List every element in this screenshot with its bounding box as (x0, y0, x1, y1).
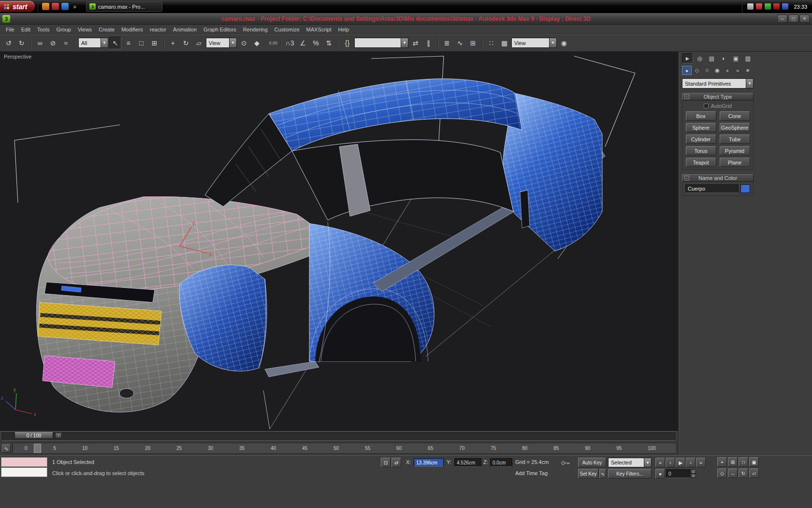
viewport-canvas[interactable]: x y x y z (0, 52, 678, 431)
menu-views[interactable]: Views (74, 25, 95, 34)
maximize-button[interactable]: □ (788, 15, 798, 23)
helpers-category-icon[interactable]: + (723, 66, 732, 75)
zoom-all-icon[interactable]: ⊞ (728, 457, 738, 467)
select-and-link-icon[interactable]: ∞ (34, 37, 46, 49)
plane-button[interactable]: Plane (720, 158, 750, 167)
menu-group[interactable]: Group (53, 25, 74, 34)
object-color-swatch[interactable] (740, 184, 750, 193)
render-setup-icon[interactable]: ▦ (498, 37, 510, 49)
cameras-category-icon[interactable]: ◉ (712, 66, 722, 75)
menu-edit[interactable]: Edit (18, 25, 34, 34)
key-mode-dropdown[interactable]: Selected ▼ (608, 458, 652, 467)
named-selection-dropdown[interactable]: ▼ (354, 38, 408, 48)
percent-snap-icon[interactable]: % (310, 37, 322, 49)
go-to-end-icon[interactable]: » (696, 458, 706, 467)
tray-icon-3[interactable] (765, 3, 771, 10)
viewport-label[interactable]: Perspective (4, 54, 31, 60)
x-coordinate-field[interactable]: 13.396cm (414, 458, 444, 467)
zoom-extents-icon[interactable]: □ (739, 457, 748, 467)
add-time-tag[interactable]: Add Time Tag (515, 470, 548, 476)
time-slider-handle[interactable]: 0 / 100 (14, 432, 53, 439)
unlink-selection-icon[interactable]: ⊘ (47, 37, 59, 49)
create-tab-icon[interactable]: ► (682, 53, 693, 63)
modify-tab-icon[interactable]: ◎ (694, 53, 705, 63)
render-preset-dropdown[interactable]: View ▼ (511, 38, 557, 48)
pyramid-button[interactable]: Pyramid (720, 146, 750, 155)
perspective-viewport[interactable]: Perspective (0, 52, 678, 431)
previous-frame-icon[interactable]: ‹ (666, 458, 675, 467)
menu-file[interactable]: File (2, 25, 18, 34)
key-filters-button[interactable]: Key Filters... (608, 469, 652, 478)
menu-customize[interactable]: Customize (271, 25, 303, 34)
taskbar-clock[interactable]: 23:33 (794, 4, 807, 10)
frame-spinner-down-icon[interactable]: ▼ (691, 474, 696, 478)
zoom-icon[interactable]: + (717, 457, 727, 467)
new-key-curve-icon[interactable]: ∿ (599, 469, 606, 478)
mirror-icon[interactable]: ⇄ (409, 37, 421, 49)
play-icon[interactable]: ▶ (676, 458, 685, 467)
tray-icon-2[interactable] (756, 3, 762, 10)
window-crossing-icon[interactable]: ⊞ (148, 37, 160, 49)
tray-icon-5[interactable] (782, 3, 788, 10)
zoom-region-icon[interactable]: ◇ (717, 468, 727, 478)
quick-render-icon[interactable]: ◉ (558, 37, 570, 49)
absolute-offset-toggle-icon[interactable]: ⇄ (392, 458, 401, 467)
autogrid-checkbox[interactable] (704, 104, 709, 108)
menu-maxscript[interactable]: MAXScript (303, 25, 335, 34)
minimize-button[interactable]: – (777, 15, 787, 23)
layer-manager-icon[interactable]: ≣ (441, 37, 453, 49)
select-and-manipulate-icon[interactable]: ◆ (251, 37, 263, 49)
chevron-down-icon[interactable]: ▼ (746, 79, 753, 88)
select-by-name-icon[interactable]: ≡ (122, 37, 134, 49)
pan-icon[interactable]: ↔ (728, 468, 738, 478)
undo-icon[interactable]: ↺ (2, 37, 14, 49)
current-frame-marker[interactable] (34, 444, 41, 453)
current-frame-field[interactable]: 0 (666, 469, 690, 478)
menu-reactor[interactable]: reactor (146, 25, 170, 34)
next-frame-icon[interactable]: › (686, 458, 696, 467)
maxscript-mini-listener[interactable] (1, 467, 47, 477)
menu-rendering[interactable]: Rendering (240, 25, 271, 34)
snap-toggle-icon[interactable]: ∩3 (284, 37, 296, 49)
object-type-rollout-header[interactable]: - Object Type (682, 93, 754, 101)
tube-button[interactable]: Tube (720, 134, 750, 144)
tray-icon-4[interactable] (773, 3, 780, 10)
sphere-button[interactable]: Sphere (686, 123, 716, 132)
lights-category-icon[interactable]: ☆ (702, 66, 712, 75)
chevron-down-icon[interactable]: ▼ (229, 38, 236, 47)
curve-editor-icon[interactable]: ∿ (454, 37, 466, 49)
close-button[interactable]: × (799, 15, 810, 23)
quick-launch-overflow-chevron[interactable]: » (71, 3, 78, 10)
shapes-category-icon[interactable]: ◇ (692, 66, 702, 75)
bind-to-space-warp-icon[interactable]: ≈ (60, 37, 72, 49)
select-and-rotate-icon[interactable]: ↻ (180, 37, 192, 49)
time-slider-track[interactable] (2, 433, 675, 441)
utilities-tab-icon[interactable]: ▨ (742, 53, 754, 63)
arc-rotate-icon[interactable]: ↻ (739, 468, 748, 478)
menu-tools[interactable]: Tools (34, 25, 53, 34)
maxscript-macro-recorder[interactable] (1, 457, 47, 467)
quick-launch-icon-2[interactable] (52, 3, 59, 10)
time-slider-next-button[interactable]: › (55, 433, 62, 438)
schematic-view-icon[interactable]: ⊞ (467, 37, 479, 49)
geometry-category-icon[interactable]: ● (682, 66, 692, 75)
menu-modifiers[interactable]: Modifiers (118, 25, 146, 34)
go-to-start-icon[interactable]: « (655, 458, 665, 467)
y-coordinate-field[interactable]: 4.526cm (454, 458, 481, 467)
torus-button[interactable]: Torus (686, 146, 716, 155)
key-mode-toggle-icon[interactable]: ● (655, 469, 665, 478)
frame-spinner-up-icon[interactable]: ▲ (691, 469, 696, 474)
object-name-field[interactable]: Cuerpo (685, 184, 739, 193)
start-button[interactable]: start (0, 1, 35, 12)
menu-create[interactable]: Create (95, 25, 118, 34)
collapse-icon[interactable]: - (684, 94, 689, 99)
edit-named-selections-icon[interactable]: {} (341, 37, 353, 49)
space-warps-category-icon[interactable]: ≈ (733, 66, 742, 75)
selection-lock-icon[interactable]: ⊡ (381, 458, 391, 467)
angle-snap-icon[interactable]: ∠ (297, 37, 309, 49)
menu-animation[interactable]: Animation (170, 25, 200, 34)
redo-icon[interactable]: ↻ (15, 37, 28, 49)
track-bar-ruler[interactable]: 0 5 10 15 20 25 30 35 40 45 50 55 60 65 … (13, 443, 677, 454)
spinner-snap-icon[interactable]: ⇅ (323, 37, 335, 49)
cone-button[interactable]: Cone (720, 111, 750, 120)
